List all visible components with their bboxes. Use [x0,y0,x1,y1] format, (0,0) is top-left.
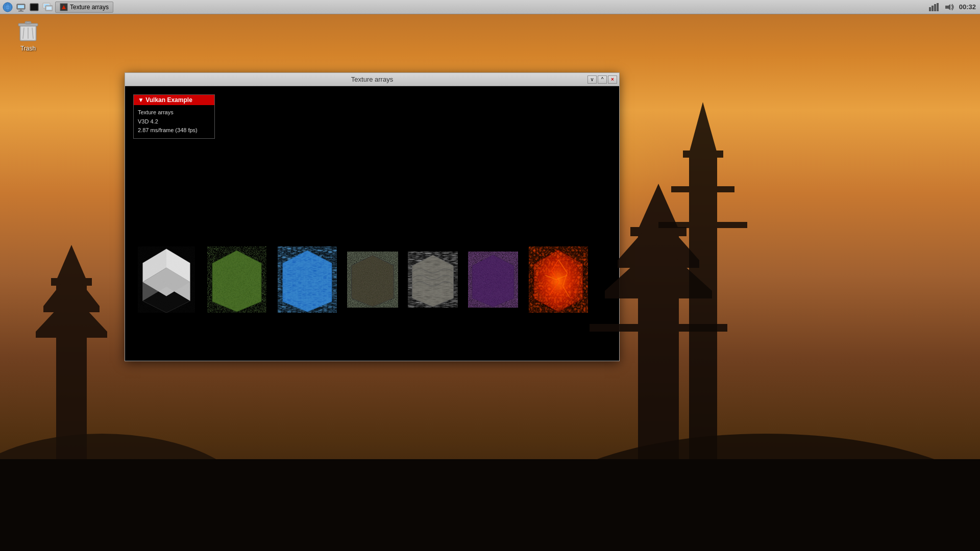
taskbar-left: Texture arrays [0,2,115,13]
svg-marker-60 [605,242,712,291]
svg-rect-17 [934,4,936,11]
svg-rect-12 [46,7,52,10]
taskbar: Texture arrays 00:32 [0,0,980,14]
svg-rect-47 [56,281,87,551]
svg-rect-18 [937,3,939,11]
panel-line-2: V3D 4.2 [138,117,210,127]
app-window: Texture arrays v ^ × ▼ Vulkan Example Te… [125,72,620,361]
svg-rect-6 [18,11,23,12]
svg-rect-64 [683,151,723,158]
panel-line-1: Texture arrays [138,108,210,117]
svg-rect-69 [0,459,980,551]
trash-image [16,18,40,43]
taskbar-system-icon-2[interactable] [15,2,27,13]
svg-marker-51 [43,270,100,306]
info-panel: ▼ Vulkan Example Texture arrays V3D 4.2 … [133,94,215,139]
svg-rect-50 [43,306,100,312]
window-title: Texture arrays [351,76,393,83]
svg-rect-49 [51,278,92,286]
svg-rect-59 [605,291,712,298]
svg-rect-52 [36,332,107,338]
window-titlebar[interactable]: Texture arrays v ^ × [125,73,619,86]
svg-rect-66 [658,222,747,228]
svg-rect-54 [638,230,679,551]
svg-marker-58 [618,214,699,260]
panel-line-3: 2.87 ms/frame (348 fps) [138,126,210,135]
close-button[interactable]: × [608,76,617,84]
taskbar-system-icon-1[interactable] [2,2,13,13]
svg-rect-5 [20,9,22,11]
hex-dirt [345,252,401,310]
hexagons-container [133,246,592,315]
trash-label: Trash [20,45,36,52]
taskbar-app[interactable]: Texture arrays [55,2,113,13]
svg-point-68 [510,434,980,551]
minimize-button[interactable]: v [587,76,597,84]
svg-marker-33 [143,249,190,313]
window-controls: v ^ × [587,76,617,84]
svg-rect-65 [671,186,734,192]
svg-marker-48 [56,245,87,281]
svg-marker-63 [689,102,717,153]
svg-rect-56 [630,227,687,236]
svg-rect-16 [932,6,934,11]
restore-button[interactable]: ^ [598,76,607,84]
panel-header: ▼ Vulkan Example [134,95,214,105]
svg-marker-39 [352,255,394,307]
svg-rect-8 [31,4,38,10]
network-icon[interactable] [928,2,940,13]
taskbar-app-title: Texture arrays [70,4,109,11]
taskbar-system-icon-4[interactable] [42,2,53,13]
svg-marker-53 [36,293,107,332]
window-content: ▼ Vulkan Example Texture arrays V3D 4.2 … [125,86,619,361]
panel-body: Texture arrays V3D 4.2 2.87 ms/frame (34… [134,105,214,138]
hex-rock [405,252,461,310]
svg-point-67 [0,434,255,551]
taskbar-system-icon-3[interactable] [29,2,40,13]
system-time: 00:32 [959,3,976,11]
svg-marker-19 [945,4,950,10]
desktop: Texture arrays 00:32 [0,0,980,551]
trash-icon[interactable]: Trash [10,18,46,52]
svg-marker-55 [638,184,679,230]
svg-rect-4 [18,5,24,8]
hex-water [274,246,340,315]
hex-marble [133,246,200,315]
svg-rect-15 [929,7,931,11]
hex-lava [525,246,592,315]
hex-grass [204,246,270,315]
hex-dark [465,252,521,310]
taskbar-right: 00:32 [924,2,980,13]
volume-icon[interactable] [944,2,955,13]
svg-rect-62 [689,153,717,551]
svg-rect-57 [618,260,699,268]
